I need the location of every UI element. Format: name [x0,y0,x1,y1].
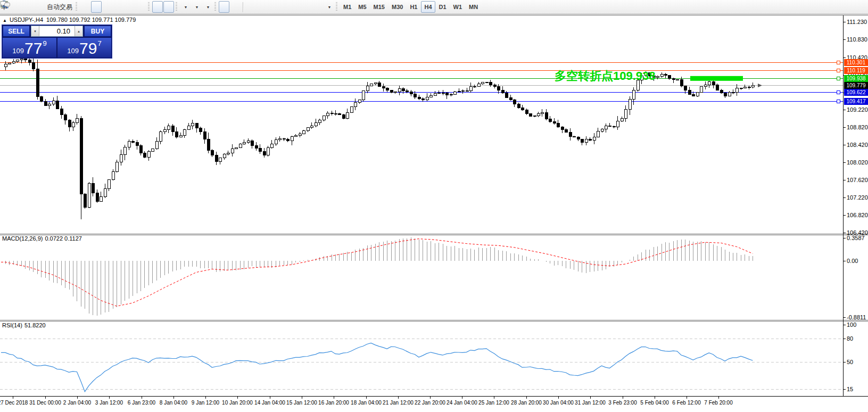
highlight-bar[interactable] [690,76,743,81]
tab-timeframe-mn[interactable]: MN [466,1,481,13]
rsi-axis-label: 50 [847,359,853,365]
macd-name: MACD(12,26,9) [2,235,43,242]
sell-price-display[interactable]: 109 77 9 [3,38,56,57]
time-axis-label: 21 Jan 12:00 [383,400,414,406]
price-axis-label: 107.620 [847,177,868,183]
line-chart-button[interactable] [102,1,113,13]
time-axis-label: 8 Jan 04:00 [160,400,187,406]
volume-increase-button[interactable]: ▲ [75,26,82,36]
hline-110301[interactable] [0,61,843,64]
time-axis-label: 14 Jan 04:00 [254,400,285,406]
fibonacci-button[interactable]: F [290,1,301,13]
tab-timeframe-d1[interactable]: D1 [436,1,450,13]
rsi-axis-label: 100 [847,322,856,328]
volume-input[interactable] [39,26,75,36]
toolbar-grip [76,2,77,12]
rsi-value: 51.8220 [24,322,46,328]
chart-symbol-period: USDJPY-,H4 [10,17,43,23]
toolbar-grip [336,2,337,12]
macd-histogram [6,237,753,315]
buy-price-prefix: 109 [67,47,79,55]
search-button[interactable] [814,1,824,13]
toolbar-grip [176,2,177,12]
time-axis-label: 15 Jan 12:00 [286,400,317,406]
time-axis-label: 3 Jan 12:00 [95,400,123,406]
tab-timeframe-h4[interactable]: H4 [421,1,435,13]
cursor-button[interactable] [219,1,229,13]
time-axis-label: 2 Jan 04:00 [63,400,91,406]
tab-timeframe-w1[interactable]: W1 [450,1,466,13]
time-axis-label: 22 Jan 20:00 [415,400,445,406]
tab-timeframe-m5[interactable]: M5 [355,1,369,13]
chart-annotation[interactable]: 多空转折点109.938 [555,68,656,84]
rsi-axis-label: 15 [847,386,853,392]
indicators-button[interactable]: ▼ [180,1,191,13]
current-price-badge: 109.779 [844,82,868,89]
equidistant-channel-button[interactable]: E [279,1,290,13]
time-axis-label: 24 Jan 04:00 [447,400,477,406]
tab-timeframe-m15[interactable]: M15 [370,1,388,13]
signals-button[interactable] [32,1,43,13]
buy-button[interactable]: BUY [84,26,111,37]
sell-price-sup: 9 [43,39,46,47]
rsi-axis-label: 80 [847,335,853,342]
time-axis-label: 3 Feb 23:00 [608,400,636,406]
horizontal-line-button[interactable] [257,1,267,13]
volume-decrease-button[interactable]: ▼ [31,26,39,36]
hline-110119[interactable] [0,69,843,72]
time-axis-label: 9 Jan 12:00 [192,400,219,406]
price-badge-109417: 109.417 [844,98,868,105]
community-button[interactable] [21,1,32,13]
sell-price-big: 77 [24,40,42,56]
text-label-button[interactable]: T [312,1,323,13]
buy-price-display[interactable]: 109 79 7 [57,38,111,57]
autotrading-button[interactable]: 自动交易 [44,1,74,13]
macd-axis-label: 0.3587 [847,235,865,241]
market-watch-button[interactable] [10,1,21,13]
chart-shift-button[interactable] [163,1,174,13]
tile-windows-button[interactable] [136,1,146,13]
price-axis-label: 108.420 [847,142,868,148]
time-axis-label: 31 Dec 00:00 [29,400,61,406]
vertical-line-button[interactable] [245,1,256,13]
text-button[interactable]: A [301,1,312,13]
hline-109622[interactable] [0,91,843,94]
collapse-panel-arrow-icon[interactable]: ▲ [3,18,7,23]
templates-button[interactable]: ▼ [202,1,213,13]
volume-control: ▼ ▲ [31,26,83,37]
chart-canvas[interactable] [0,0,868,412]
trendline-button[interactable] [268,1,278,13]
time-axis-label: 7 Feb 20:00 [704,400,732,406]
price-badge-109938: 109.938 [844,75,868,82]
zoom-in-button[interactable] [113,1,124,13]
tab-timeframe-h1[interactable]: H1 [407,1,420,13]
hline-109417[interactable] [0,100,843,103]
sell-button[interactable]: SELL [3,26,30,37]
pane-frame [0,15,868,397]
time-axis-label: 30 Jan 04:00 [543,400,574,406]
price-axis-label: 110.830 [847,36,867,43]
periods-button[interactable]: ▼ [191,1,202,13]
zoom-out-button[interactable] [125,1,135,13]
auto-scroll-button[interactable] [152,1,163,13]
dropdown-arrow-icon: ▼ [184,5,188,9]
time-axis-label: 6 Feb 12:00 [672,400,700,406]
sell-price-prefix: 109 [12,47,24,55]
price-axis-label: 108.020 [847,159,868,166]
price-badge-109622: 109.622 [844,89,868,96]
rsi-indicator-label: RSI(14)51.8220 [2,322,48,328]
tab-timeframe-m30[interactable]: M30 [388,1,406,13]
autotrading-label: 自动交易 [47,3,72,12]
tab-timeframe-m1[interactable]: M1 [340,1,354,13]
arrows-button[interactable]: ▼ [324,1,334,13]
candlestick-chart-button[interactable] [91,1,102,13]
price-axis-label: 108.820 [847,124,868,130]
bar-chart-button[interactable] [80,1,90,13]
chat-button[interactable] [826,1,837,13]
rsi-line [1,343,753,392]
crosshair-button[interactable] [230,1,241,13]
dropdown-arrow-icon: ▼ [206,5,210,9]
dropdown-arrow-icon: ▼ [195,5,199,9]
time-axis-label: 16 Jan 20:00 [318,400,349,406]
macd-values: 0.0722 0.1127 [45,235,82,242]
